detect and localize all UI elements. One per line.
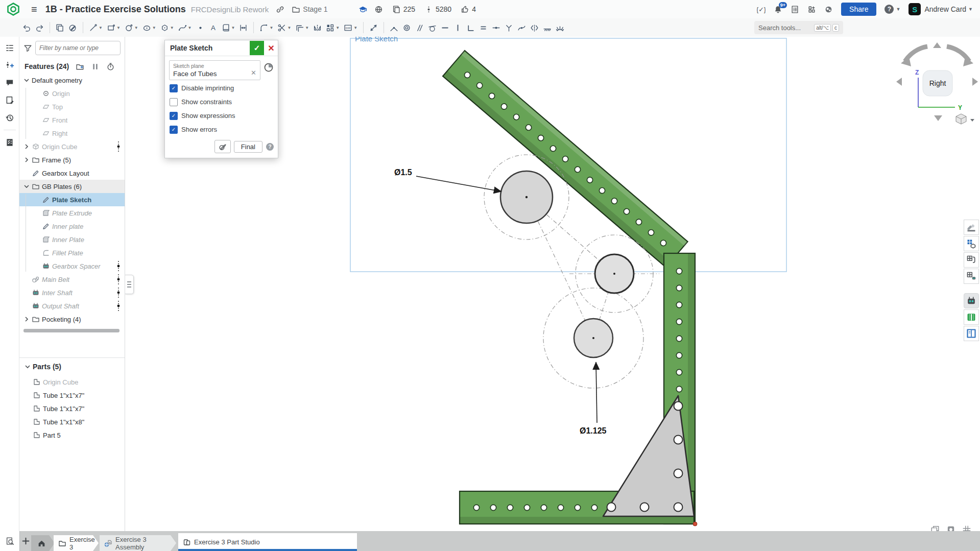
gusset-plate[interactable] xyxy=(603,396,694,516)
sketch-plane-field[interactable]: Sketch plane Face of Tubes ✕ xyxy=(169,60,260,80)
chevron-down-icon[interactable] xyxy=(22,183,31,189)
feature-item-inner-plate[interactable]: Inner plate xyxy=(19,220,125,233)
tube-hole[interactable] xyxy=(676,386,682,392)
spline-tool[interactable]: ▼ xyxy=(176,22,194,34)
part-item-tube-1-x1-x7-[interactable]: Tube 1"x1"x7" xyxy=(19,402,125,415)
tube-hole[interactable] xyxy=(676,268,682,274)
line-tool[interactable]: ▼ xyxy=(87,22,105,34)
tube-hole[interactable] xyxy=(575,505,580,510)
checkbox-icon[interactable]: ✓ xyxy=(170,112,178,120)
copies-stat[interactable]: 225 xyxy=(392,5,415,14)
pierce-tool[interactable] xyxy=(515,22,528,34)
tab-exercise-3-assembly[interactable]: Exercise 3 Assembly xyxy=(100,535,176,551)
checkbox-icon[interactable] xyxy=(170,98,178,106)
mirror-tool[interactable] xyxy=(311,22,324,34)
checkbox-show-constraints[interactable]: Show constraints xyxy=(165,95,278,109)
rail-green-book-button[interactable] xyxy=(964,309,979,325)
tube-hole[interactable] xyxy=(473,505,479,510)
chevron-down-icon[interactable]: ▼ xyxy=(353,26,357,30)
view-cube[interactable]: Right Z Y xyxy=(894,40,980,127)
tube-hole[interactable] xyxy=(676,352,682,358)
pulley-middle[interactable] xyxy=(595,254,634,293)
tube-hole[interactable] xyxy=(490,505,496,510)
feature-item-gearbox-spacer[interactable]: Gearbox Spacer xyxy=(19,259,125,273)
canvas-layers-button[interactable] xyxy=(929,524,941,531)
chevron-right-icon[interactable] xyxy=(22,143,31,150)
link-icon[interactable] xyxy=(276,5,284,14)
paste-sketch-tool[interactable] xyxy=(54,22,66,34)
diagonal-tube[interactable] xyxy=(443,51,688,267)
concentric-tool[interactable] xyxy=(400,22,413,34)
rail-robot-head-button[interactable] xyxy=(964,293,979,308)
chevron-right-icon[interactable] xyxy=(22,316,31,322)
chevron-down-icon[interactable] xyxy=(22,77,31,83)
strip-checklist-icon[interactable] xyxy=(3,135,17,150)
rail-appearance-button[interactable] xyxy=(964,220,979,235)
dialog-help-icon[interactable]: ? xyxy=(266,143,274,151)
dimension-2[interactable]: Ø1.125 xyxy=(580,362,607,435)
tube-hole[interactable] xyxy=(676,336,682,341)
feature-item-inter-shaft[interactable]: Inter Shaft xyxy=(19,286,125,299)
notifications-bell-icon[interactable]: 9+ xyxy=(774,5,782,14)
rail-section-grid-button[interactable] xyxy=(964,252,979,268)
import-dxf-tool[interactable]: DXF▼ xyxy=(342,22,360,34)
tube-hole[interactable] xyxy=(676,369,682,375)
chevron-down-icon[interactable]: ▼ xyxy=(287,26,291,30)
suppress-icon[interactable] xyxy=(91,62,100,71)
feature-dots-indicator[interactable] xyxy=(116,260,121,272)
tube-hole[interactable] xyxy=(676,302,682,307)
rail-named-views-button[interactable] xyxy=(964,236,979,251)
commit-check-button[interactable]: ✓ xyxy=(250,41,264,55)
feature-item-output-shaft[interactable]: Output Shaft xyxy=(19,299,125,313)
feature-item-default-geometry[interactable]: Default geometry xyxy=(19,74,125,87)
ellipse-tool[interactable]: ▼ xyxy=(140,22,158,34)
avatar[interactable]: S xyxy=(909,3,921,15)
symmetric-tool[interactable] xyxy=(528,22,541,34)
chevron-down-icon[interactable]: ▼ xyxy=(99,26,103,30)
checkbox-icon[interactable]: ✓ xyxy=(170,126,178,134)
point-tool[interactable] xyxy=(194,22,207,34)
chevron-down-icon[interactable]: ▼ xyxy=(116,26,121,30)
feature-dots-indicator[interactable] xyxy=(116,274,121,285)
chevron-down-icon[interactable]: ▼ xyxy=(305,26,309,30)
checkbox-show-expressions[interactable]: ✓Show expressions xyxy=(165,109,278,123)
strip-feature-tree-icon[interactable] xyxy=(3,41,17,55)
tube-hole[interactable] xyxy=(507,505,513,510)
plate-hole[interactable] xyxy=(674,503,683,512)
pattern-tool[interactable]: ▼ xyxy=(324,22,342,34)
points-stat[interactable]: 5280 xyxy=(424,5,451,14)
pulley-lower[interactable] xyxy=(574,319,613,357)
fix-tool[interactable] xyxy=(541,22,554,34)
chevron-down-icon[interactable]: ▼ xyxy=(231,26,235,30)
panel-flyout-handle[interactable] xyxy=(125,275,134,294)
checkbox-disable-imprinting[interactable]: ✓Disable imprinting xyxy=(165,81,278,95)
filter-input[interactable] xyxy=(35,41,121,55)
final-button[interactable]: Final xyxy=(234,141,262,153)
sketch-preview-button[interactable] xyxy=(214,140,231,153)
plate-hole[interactable] xyxy=(674,469,683,478)
feature-item-origin-cube[interactable]: Origin Cube xyxy=(19,140,125,153)
tree-scrollbar[interactable] xyxy=(23,329,119,332)
home-tab[interactable] xyxy=(31,535,55,551)
plate-hole[interactable] xyxy=(607,503,616,512)
feature-item-main-belt[interactable]: Main Belt xyxy=(19,273,125,286)
feature-item-front[interactable]: Front xyxy=(19,113,125,127)
user-name[interactable]: Andrew Card xyxy=(924,5,966,13)
help-button[interactable]: ?▼ xyxy=(885,5,900,14)
normal-tool[interactable] xyxy=(503,22,515,34)
redo-tool[interactable] xyxy=(33,22,46,34)
feature-item-top[interactable]: Top xyxy=(19,100,125,113)
vertical-tool[interactable] xyxy=(451,22,464,34)
feature-item-fillet-plate[interactable]: Fillet Plate xyxy=(19,246,125,259)
polygon-tool[interactable]: ▼ xyxy=(158,22,176,34)
apps-plus-icon[interactable] xyxy=(807,5,816,14)
chevron-down-icon[interactable]: ▼ xyxy=(134,26,138,30)
feature-item-right[interactable]: Right xyxy=(19,127,125,140)
part-item-tube-1-x1-x7-[interactable]: Tube 1"x1"x7" xyxy=(19,389,125,402)
midpoint-tool[interactable] xyxy=(490,22,503,34)
globe-icon[interactable] xyxy=(374,5,383,14)
parts-header[interactable]: Parts (5) xyxy=(19,358,125,375)
share-button[interactable]: Share xyxy=(841,3,876,16)
feature-item-plate-extrude[interactable]: Plate Extrude xyxy=(19,206,125,220)
isometric-cube-icon[interactable] xyxy=(956,114,966,124)
